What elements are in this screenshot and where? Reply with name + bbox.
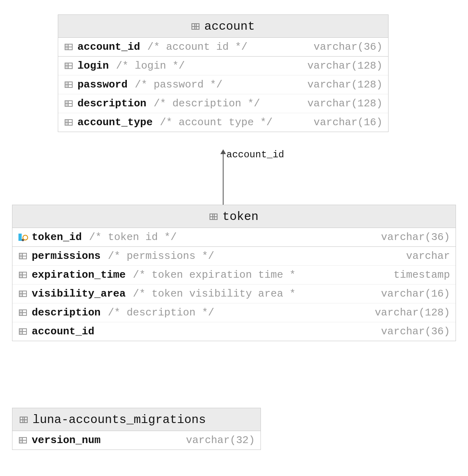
column-comment: /* account type */ xyxy=(153,116,273,128)
column-icon xyxy=(63,63,74,69)
column-row: account_id varchar(36) xyxy=(12,322,456,341)
table-title: token xyxy=(222,210,258,224)
column-type: varchar(128) xyxy=(303,79,383,91)
column-row: account_id /* account id */ varchar(36) xyxy=(58,38,388,56)
column-name: description xyxy=(28,307,101,319)
column-comment: /* token expiration time * xyxy=(126,269,296,281)
table-header-migrations: luna-accounts_migrations xyxy=(12,408,260,431)
foreign-key-icon xyxy=(17,234,28,241)
column-icon xyxy=(63,44,74,50)
column-type: varchar(36) xyxy=(309,41,383,53)
column-comment: /* description */ xyxy=(147,98,260,110)
column-row: account_type /* account type */ varchar(… xyxy=(58,113,388,132)
column-name: permissions xyxy=(28,250,101,262)
column-row: description /* description */ varchar(12… xyxy=(12,303,456,322)
table-icon xyxy=(191,23,199,30)
column-type: varchar(36) xyxy=(377,231,450,243)
column-type: varchar(16) xyxy=(309,116,383,128)
column-icon xyxy=(63,81,74,88)
column-icon xyxy=(17,253,28,259)
table-header-token: token xyxy=(12,205,456,228)
column-row: description /* description */ varchar(12… xyxy=(58,94,388,113)
column-row: password /* password */ varchar(128) xyxy=(58,75,388,94)
column-icon xyxy=(17,437,28,443)
column-name: account_id xyxy=(74,41,140,53)
column-icon xyxy=(63,119,74,126)
column-name: login xyxy=(74,60,109,72)
column-comment: /* login */ xyxy=(109,60,185,72)
column-type: varchar(32) xyxy=(182,434,255,446)
column-icon xyxy=(17,328,28,335)
column-comment: /* token visibility area * xyxy=(126,288,296,300)
column-name: account_id xyxy=(28,325,94,338)
column-row: permissions /* permissions */ varchar xyxy=(12,246,456,265)
column-row: login /* login */ varchar(128) xyxy=(58,56,388,75)
table-account: account account_id /* account id */ varc… xyxy=(58,14,389,132)
table-title: luna-accounts_migrations xyxy=(33,413,206,427)
column-icon xyxy=(17,272,28,278)
column-name: visibility_area xyxy=(28,288,126,300)
column-row: version_num varchar(32) xyxy=(12,431,260,450)
column-name: token_id xyxy=(28,231,82,243)
column-name: account_type xyxy=(74,116,153,128)
column-name: password xyxy=(74,79,128,91)
column-icon xyxy=(17,309,28,316)
column-name: expiration_time xyxy=(28,269,126,281)
column-name: description xyxy=(74,98,147,110)
column-comment: /* description */ xyxy=(101,307,214,319)
column-comment: /* account id */ xyxy=(140,41,248,53)
table-icon xyxy=(210,214,218,220)
column-comment: /* token id */ xyxy=(82,231,177,243)
column-row: expiration_time /* token expiration time… xyxy=(12,265,456,284)
column-type: varchar(128) xyxy=(303,98,383,110)
table-icon xyxy=(20,417,28,423)
relation-line xyxy=(223,153,224,205)
column-icon xyxy=(63,100,74,107)
column-row: token_id /* token id */ varchar(36) xyxy=(12,228,456,246)
table-title: account xyxy=(204,20,255,33)
column-icon xyxy=(17,291,28,297)
column-type: timestamp xyxy=(390,269,450,281)
column-type: varchar(36) xyxy=(377,325,450,338)
column-comment: /* password */ xyxy=(128,79,222,91)
column-type: varchar(128) xyxy=(371,307,450,319)
column-comment: /* permissions */ xyxy=(101,250,214,262)
column-name: version_num xyxy=(28,434,101,446)
relation-label: account_id xyxy=(226,149,284,160)
table-header-account: account xyxy=(58,15,388,38)
column-type: varchar(16) xyxy=(377,288,450,300)
table-token: token token_id /* token id */ varchar(36… xyxy=(12,205,456,341)
table-migrations: luna-accounts_migrations version_num var… xyxy=(12,408,261,450)
column-row: visibility_area /* token visibility area… xyxy=(12,284,456,303)
column-type: varchar(128) xyxy=(303,60,383,72)
column-type: varchar xyxy=(402,250,450,262)
